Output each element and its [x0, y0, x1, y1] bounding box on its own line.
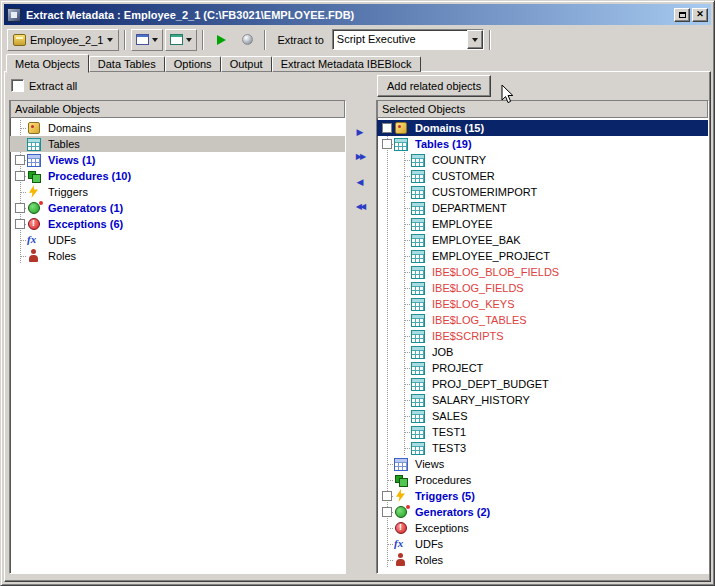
tree-item-generators-1-[interactable]: +Generators (1) — [10, 200, 345, 216]
stop-button[interactable] — [235, 29, 259, 51]
extract-all-checkbox[interactable] — [11, 79, 24, 92]
domain-icon — [27, 121, 43, 135]
tree-item-udfs[interactable]: UDFs — [10, 232, 345, 248]
tree-item-ibe$log-keys[interactable]: IBE$LOG_KEYS — [377, 296, 708, 312]
tree-item-roles[interactable]: Roles — [10, 248, 345, 264]
tree-indent — [398, 184, 411, 200]
restore-button[interactable] — [674, 8, 690, 22]
tree-item-roles[interactable]: Roles — [377, 552, 708, 568]
tree-item-procedures[interactable]: Procedures — [377, 472, 708, 488]
tree-item-salary-history[interactable]: SALARY_HISTORY — [377, 392, 708, 408]
tree-item-proj-dept-budget[interactable]: PROJ_DEPT_BUDGET — [377, 376, 708, 392]
tree-item-employee-bak[interactable]: EMPLOYEE_BAK — [377, 232, 708, 248]
tree-item-domains-15-[interactable]: +Domains (15) — [377, 120, 708, 136]
move-selected-left-button[interactable]: ◀ — [349, 172, 371, 192]
chevron-down-icon — [472, 38, 478, 45]
collapse-minus-icon[interactable]: - — [381, 136, 394, 152]
tree-item-label: Tables (19) — [412, 138, 475, 150]
tree-item-triggers-5-[interactable]: +Triggers (5) — [377, 488, 708, 504]
table-icon — [411, 153, 427, 167]
tree-item-label: TEST3 — [429, 442, 469, 454]
database-selector[interactable]: Employee_2_1 — [7, 29, 119, 51]
tree-item-label: Roles — [45, 250, 79, 262]
tree-item-udfs[interactable]: UDFs — [377, 536, 708, 552]
expand-plus-icon[interactable]: + — [14, 168, 27, 184]
tree-item-label: PROJECT — [429, 362, 486, 374]
table-icon — [411, 265, 427, 279]
expand-plus-icon[interactable]: + — [14, 200, 27, 216]
move-selected-right-button[interactable]: ▶ — [349, 122, 371, 142]
tree-indent — [398, 216, 411, 232]
titlebar[interactable]: Extract Metadata : Employee_2_1 (C:\FB30… — [4, 4, 711, 25]
expand-plus-icon[interactable]: + — [381, 488, 394, 504]
toolbar-separator — [124, 30, 126, 50]
tree-indent — [398, 328, 411, 344]
tree-item-triggers[interactable]: Triggers — [10, 184, 345, 200]
generator-icon — [27, 201, 43, 215]
tab-options[interactable]: Options — [165, 56, 221, 72]
tree-item-employee[interactable]: EMPLOYEE — [377, 216, 708, 232]
add-related-objects-button[interactable]: Add related objects — [377, 75, 491, 97]
tree-item-procedures-10-[interactable]: +Procedures (10) — [10, 168, 345, 184]
tree-item-exceptions[interactable]: Exceptions — [377, 520, 708, 536]
tree-item-department[interactable]: DEPARTMENT — [377, 200, 708, 216]
tree-item-country[interactable]: COUNTRY — [377, 152, 708, 168]
table-icon — [411, 185, 427, 199]
tree-item-ibe$scripts[interactable]: IBE$SCRIPTS — [377, 328, 708, 344]
window-icon — [170, 34, 183, 45]
tree-item-views-1-[interactable]: +Views (1) — [10, 152, 345, 168]
close-button[interactable]: ✕ — [692, 8, 708, 22]
tree-item-label: SALES — [429, 410, 470, 422]
tree-item-sales[interactable]: SALES — [377, 408, 708, 424]
tree-item-ibe$log-blob-fields[interactable]: IBE$LOG_BLOB_FIELDS — [377, 264, 708, 280]
tree-item-tables[interactable]: Tables — [10, 136, 345, 152]
tree-item-tables-19-[interactable]: -Tables (19) — [377, 136, 708, 152]
extract-to-combobox[interactable]: Script Executive — [332, 29, 484, 50]
toolbar-split-button-2[interactable] — [165, 29, 197, 51]
tree-item-job[interactable]: JOB — [377, 344, 708, 360]
tree-item-label: TEST1 — [429, 426, 469, 438]
expand-plus-icon[interactable]: + — [14, 216, 27, 232]
tree-item-label: DEPARTMENT — [429, 202, 510, 214]
tab-meta-objects[interactable]: Meta Objects — [6, 54, 89, 73]
table-icon — [411, 329, 427, 343]
tree-item-label: IBE$LOG_KEYS — [429, 298, 518, 310]
toolbar-separator — [264, 30, 266, 50]
tree-item-customer[interactable]: CUSTOMER — [377, 168, 708, 184]
table-icon — [27, 137, 43, 151]
combobox-dropdown-button[interactable] — [467, 30, 483, 49]
extract-all-checkbox-row[interactable]: Extract all — [11, 79, 77, 92]
tree-item-customerimport[interactable]: CUSTOMERIMPORT — [377, 184, 708, 200]
tree-indent — [381, 520, 394, 536]
tree-item-test3[interactable]: TEST3 — [377, 440, 708, 456]
table-icon — [411, 297, 427, 311]
tree-indent — [381, 456, 394, 472]
window-title: Extract Metadata : Employee_2_1 (C:\FB30… — [26, 9, 674, 21]
domain-icon — [394, 121, 410, 135]
toolbar-split-button-1[interactable] — [131, 29, 163, 51]
expand-plus-icon[interactable]: + — [381, 504, 394, 520]
tab-data-tables[interactable]: Data Tables — [89, 56, 165, 72]
tree-item-generators-2-[interactable]: +Generators (2) — [377, 504, 708, 520]
tab-extract-metadata-ibeblock[interactable]: Extract Metadata IBEBlock — [272, 56, 421, 72]
tree-item-label: Domains — [45, 122, 94, 134]
start-extract-button[interactable] — [209, 29, 233, 51]
tree-item-ibe$log-fields[interactable]: IBE$LOG_FIELDS — [377, 280, 708, 296]
table-icon — [411, 345, 427, 359]
tree-item-ibe$log-tables[interactable]: IBE$LOG_TABLES — [377, 312, 708, 328]
tree-item-domains[interactable]: Domains — [10, 120, 345, 136]
tab-output[interactable]: Output — [221, 56, 272, 72]
move-all-right-button[interactable]: ▶▶ — [349, 147, 371, 167]
expand-plus-icon[interactable]: + — [14, 152, 27, 168]
move-all-left-button[interactable]: ◀◀ — [349, 197, 371, 217]
close-icon: ✕ — [696, 10, 704, 19]
role-icon — [394, 553, 410, 567]
expand-plus-icon[interactable]: + — [381, 120, 394, 136]
tree-item-test1[interactable]: TEST1 — [377, 424, 708, 440]
tree-item-exceptions-6-[interactable]: +Exceptions (6) — [10, 216, 345, 232]
tree-item-label: Exceptions (6) — [45, 218, 126, 230]
tree-item-employee-project[interactable]: EMPLOYEE_PROJECT — [377, 248, 708, 264]
tree-item-project[interactable]: PROJECT — [377, 360, 708, 376]
tree-item-views[interactable]: Views — [377, 456, 708, 472]
tree-item-label: COUNTRY — [429, 154, 489, 166]
